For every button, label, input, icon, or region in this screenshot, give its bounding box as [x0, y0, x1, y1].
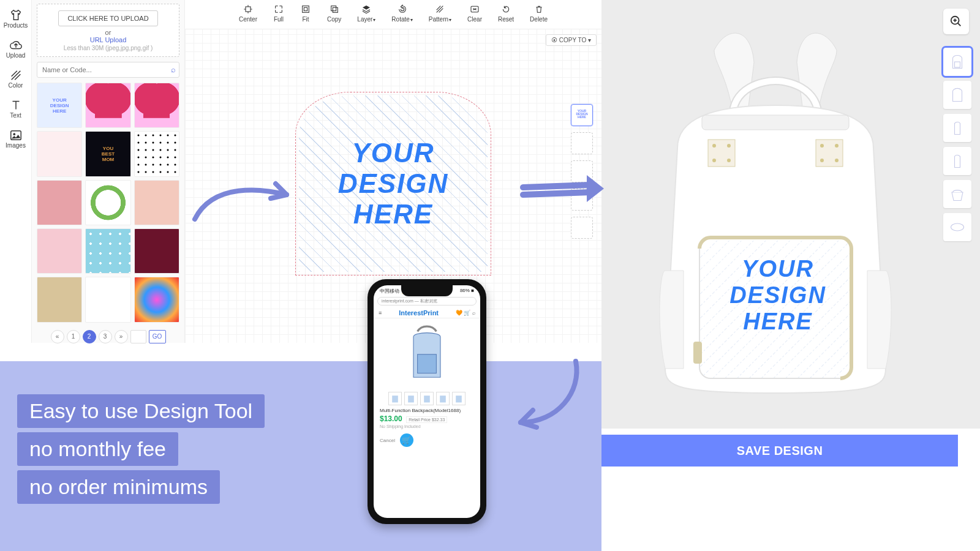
cancel-link[interactable]: Cancel: [380, 438, 395, 443]
promo-line-1: Easy to use Design Tool: [17, 394, 265, 428]
asset-cell-4[interactable]: YOU BEST MOM: [85, 131, 130, 176]
rail-text[interactable]: Text: [0, 95, 32, 125]
mobile-thumbs: [374, 392, 480, 405]
rail-upload[interactable]: Upload: [0, 35, 32, 65]
thumb-bottom[interactable]: [943, 213, 971, 241]
hatch-icon: [9, 69, 23, 82]
rail-text-label: Text: [10, 112, 21, 119]
arrow-left: [189, 170, 299, 234]
price-value: $13.00: [380, 414, 402, 423]
page-next[interactable]: »: [115, 330, 128, 343]
asset-cell-13[interactable]: [85, 277, 130, 322]
svg-rect-9: [955, 62, 960, 67]
asset-cell-11[interactable]: [134, 228, 179, 274]
asset-cell-10[interactable]: [85, 228, 130, 274]
print-area[interactable]: YOUR DESIGN HERE: [295, 92, 491, 276]
page-go[interactable]: GO: [149, 330, 166, 343]
center-icon: [243, 4, 253, 14]
svg-rect-30: [440, 395, 446, 402]
tb-clear[interactable]: Clear: [467, 4, 482, 23]
mthumb-1[interactable]: [388, 392, 402, 405]
search-input[interactable]: [37, 62, 179, 78]
svg-point-1: [13, 133, 15, 135]
rail-images[interactable]: Images: [0, 125, 32, 155]
svg-point-15: [712, 144, 716, 148]
rail-color[interactable]: Color: [0, 65, 32, 95]
tb-pattern[interactable]: Pattern▾: [429, 4, 451, 23]
rail-products-label: Products: [4, 22, 28, 29]
thumb-open[interactable]: [943, 180, 971, 208]
tb-delete[interactable]: Delete: [530, 4, 548, 23]
layer-slot-5[interactable]: [571, 217, 593, 239]
battery: 86% ■: [460, 288, 474, 294]
asset-cell-3[interactable]: [37, 131, 82, 176]
add-to-cart-button[interactable]: 🛒: [400, 433, 413, 447]
fit-icon: [301, 4, 311, 14]
bag-side-icon: [948, 119, 967, 137]
asset-cell-6[interactable]: [37, 180, 82, 225]
svg-point-21: [835, 144, 839, 148]
tb-layer[interactable]: Layer▾: [357, 4, 375, 23]
svg-point-22: [820, 159, 824, 162]
view-thumbnails: [943, 48, 971, 241]
svg-rect-28: [408, 395, 414, 402]
copy-to-dropdown[interactable]: ⦿ COPY TO ▾: [546, 34, 597, 46]
layer-slot-1[interactable]: YOUR DESIGN HERE: [571, 104, 593, 126]
brand-logo: InterestPrint: [399, 309, 439, 317]
arrow-phone: [502, 355, 588, 443]
product-preview: YOUR DESIGN HERE: [641, 26, 910, 405]
bag-open-icon: [948, 185, 967, 203]
thumb-side-l[interactable]: [943, 114, 971, 142]
layer-icon: [361, 4, 371, 14]
search-icon[interactable]: ⌕: [171, 65, 176, 74]
upload-button[interactable]: CLICK HERE TO UPLOAD: [58, 10, 157, 26]
tb-full[interactable]: Full: [273, 4, 284, 23]
thumb-back[interactable]: [943, 81, 971, 109]
svg-point-23: [835, 159, 839, 162]
asset-cell-5[interactable]: [134, 131, 179, 176]
preview-pane: YOUR DESIGN HERE: [601, 0, 980, 429]
asset-cell-1[interactable]: [85, 83, 130, 128]
asset-cell-8[interactable]: [134, 180, 179, 225]
page-2[interactable]: 2: [83, 330, 96, 343]
mobile-price: $13.00 Retail Price $32.33: [374, 413, 480, 424]
layer-slot-2[interactable]: [571, 132, 593, 154]
page-3[interactable]: 3: [99, 330, 112, 343]
mthumb-2[interactable]: [404, 392, 418, 405]
asset-cell-7[interactable]: [85, 180, 130, 225]
asset-cell-9[interactable]: [37, 228, 82, 274]
mthumb-3[interactable]: [420, 392, 434, 405]
pv-l1: YOUR: [707, 256, 848, 282]
hamburger-icon[interactable]: ≡: [379, 310, 382, 316]
svg-rect-3: [303, 6, 309, 13]
mobile-title: Multi-Function Backpack(Model1688): [374, 405, 480, 413]
rail-products[interactable]: Products: [0, 5, 32, 35]
svg-rect-27: [392, 395, 398, 402]
url-upload-link[interactable]: URL Upload: [41, 36, 175, 43]
asset-cell-12[interactable]: [37, 277, 82, 322]
mthumb-5[interactable]: [452, 392, 466, 405]
layer-slot-1-label: YOUR DESIGN HERE: [571, 105, 592, 119]
mthumb-4[interactable]: [436, 392, 450, 405]
tb-reset[interactable]: Reset: [498, 4, 514, 23]
page-1[interactable]: 1: [67, 330, 80, 343]
save-design-button[interactable]: SAVE DESIGN: [601, 435, 958, 467]
tb-fit[interactable]: Fit: [300, 4, 311, 23]
thumb-front[interactable]: [943, 48, 971, 76]
tb-copy[interactable]: Copy: [327, 4, 341, 23]
svg-rect-26: [418, 354, 437, 373]
asset-cell-0[interactable]: YOUR DESIGN HERE: [37, 83, 82, 128]
tb-rotate[interactable]: Rotate▾: [391, 4, 412, 23]
asset-cell-2[interactable]: [134, 83, 179, 128]
zoom-button[interactable]: [943, 9, 969, 34]
thumb-side-r[interactable]: [943, 147, 971, 175]
page-jump-input[interactable]: [130, 330, 146, 343]
page-first[interactable]: «: [51, 330, 64, 343]
svg-rect-5: [333, 7, 337, 12]
tb-center[interactable]: Center: [239, 4, 257, 23]
url-bar[interactable]: interestprint.com — 私密浏览: [377, 297, 477, 305]
tb-clear-label: Clear: [467, 16, 482, 23]
svg-rect-29: [424, 395, 430, 402]
svg-rect-25: [693, 342, 702, 364]
asset-cell-14[interactable]: [134, 277, 179, 322]
